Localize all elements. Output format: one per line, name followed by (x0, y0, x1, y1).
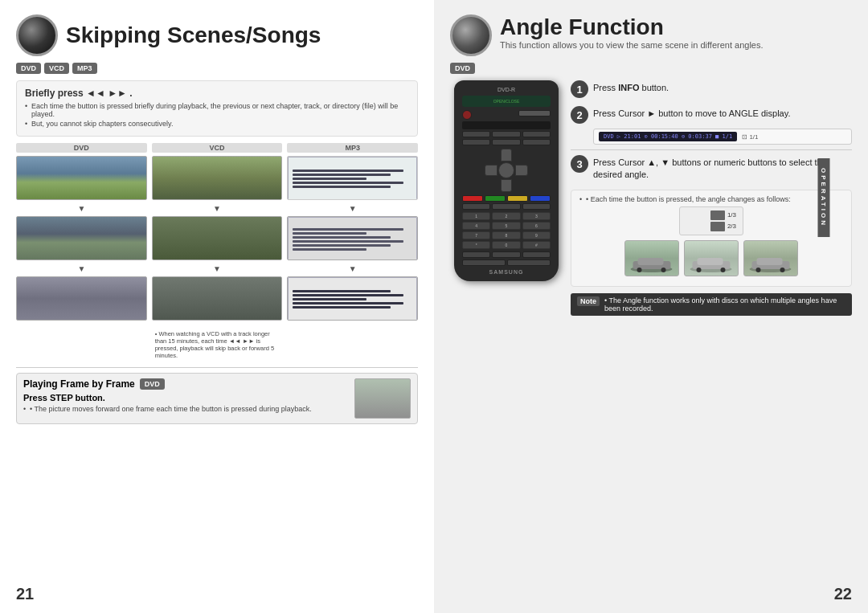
step-1-bold: INFO (618, 83, 639, 92)
step-2-number: 2 (571, 106, 588, 124)
rnum-1[interactable]: 1 (462, 212, 490, 220)
rnum-6[interactable]: 6 (522, 222, 551, 230)
divider (16, 367, 418, 368)
playing-frame-desc: • The picture moves forward one frame ea… (23, 405, 348, 413)
rnum-3[interactable]: 3 (522, 212, 551, 220)
rbtn-4 (462, 139, 490, 145)
rnum-9[interactable]: 9 (522, 231, 551, 239)
remote-top-btns (462, 110, 551, 120)
dvd-arrow-1: ▼ (16, 203, 147, 213)
vcd-thumb-2 (152, 216, 283, 260)
rnum-4[interactable]: 4 (462, 222, 490, 230)
right-section-icon (450, 14, 492, 56)
skip-box-title: Briefly press ◄◄ ►► . (25, 88, 409, 99)
angle-screen-inner: DVD ▷ 21:01 ⊙ 00:15:40 ⊙ 0:03:37 ■ 1/1 (599, 132, 737, 141)
angle-screen-display: DVD ▷ 21:01 ⊙ 00:15:40 ⊙ 0:03:37 ■ 1/1 ⊡… (593, 129, 852, 145)
step-2-text: Press Cursor ► button to move to ANGLE d… (593, 106, 790, 120)
mp3-arrow-2: ▼ (287, 264, 418, 273)
rnum-0[interactable]: 0 (492, 241, 520, 249)
skip-bullet-1: Each time the button is pressed briefly … (25, 102, 409, 118)
dpad-center[interactable] (498, 162, 514, 178)
right-main-content: DVD-R OPEN/CLOSE (450, 80, 852, 316)
badge-mp3: MP3 (72, 63, 97, 74)
car-svg-2 (690, 255, 734, 272)
dpad-left[interactable] (485, 165, 497, 176)
angle-icon-2 (710, 222, 725, 231)
rnum-hash[interactable]: # (522, 241, 551, 249)
mp3-thumb-3 (287, 276, 418, 321)
note-text: • The Angle function works only with dis… (604, 296, 845, 313)
mp3-col-header: MP3 (287, 143, 418, 153)
rbtn-red[interactable] (462, 195, 483, 202)
mp3-arrow-1: ▼ (287, 203, 418, 213)
svg-rect-12 (757, 258, 783, 265)
rnum-7[interactable]: 7 (462, 231, 490, 239)
rbtn-b4 (462, 260, 506, 266)
remote-row-3 (462, 203, 551, 210)
rnum-8[interactable]: 8 (492, 231, 520, 239)
playing-frame-section: Playing Frame by Frame DVD Press STEP bu… (16, 373, 418, 424)
rnum-star[interactable]: * (462, 241, 490, 249)
dpad-right[interactable] (515, 165, 528, 176)
playing-frame-thumb (354, 378, 411, 419)
dvd-thumb-3 (16, 276, 147, 321)
dvd-arrow-2: ▼ (16, 264, 147, 273)
playing-frame-title: Playing Frame by Frame (23, 378, 135, 390)
vcd-column: VCD ▼ ▼ • When watching a VCD with a tra… (152, 143, 283, 362)
rbtn-7 (462, 203, 490, 210)
rbtn-2 (492, 131, 520, 137)
right-header: Angle Function This function allows you … (450, 14, 852, 56)
svg-point-13 (756, 268, 761, 272)
remote-btn-open (518, 110, 551, 116)
rbtn-b1 (462, 251, 490, 258)
svg-rect-2 (638, 258, 664, 265)
step-label: Press STEP button. (23, 393, 348, 403)
left-header: Skipping Scenes/Songs (16, 14, 418, 56)
remote-numpad: 1 2 3 4 5 6 7 8 9 * 0 # (462, 212, 551, 249)
remote-screen-text: OPEN/CLOSE (493, 99, 520, 104)
step3-box: • Each time the button is pressed, the a… (571, 190, 852, 287)
svg-point-9 (721, 268, 726, 272)
rnum-2[interactable]: 2 (492, 212, 520, 220)
rbtn-yellow[interactable] (507, 195, 528, 202)
mp3-thumb-1 (287, 156, 418, 200)
remote-btn-power (462, 110, 472, 120)
remote-dpad (485, 149, 528, 192)
rbtn-green[interactable] (485, 195, 506, 202)
dpad-down[interactable] (501, 179, 512, 192)
left-section-icon (16, 14, 58, 56)
remote-area: DVD-R OPEN/CLOSE (450, 80, 563, 316)
car-thumb-1 (624, 240, 679, 276)
svg-rect-7 (698, 258, 723, 265)
badge-vcd: VCD (44, 63, 69, 74)
note-label: Note (577, 296, 600, 306)
mp3-column: MP3 ▼ (287, 143, 418, 362)
vcd-col-header: VCD (152, 143, 283, 153)
operation-label: OPERATION (818, 158, 830, 237)
remote-display (462, 121, 551, 129)
remote-screen: OPEN/CLOSE (462, 96, 551, 107)
rbtn-6 (522, 139, 551, 145)
car-thumbnails (579, 240, 843, 276)
step-1-text: Press INFO button. (593, 80, 669, 94)
mp3-thumb-2 (287, 216, 418, 260)
skip-info-box: Briefly press ◄◄ ►► . Each time the butt… (16, 80, 418, 137)
rbtn-8 (492, 203, 520, 210)
page-right: 22 (834, 585, 852, 603)
vcd-note: • When watching a VCD with a track longe… (152, 327, 283, 362)
angle-num-2: 2/3 (727, 223, 736, 230)
steps-container: 1 Press INFO button. 2 Press Cursor ► bu… (571, 80, 852, 316)
rbtn-b3 (522, 251, 551, 258)
remote-row-2 (462, 139, 551, 145)
remote-brand: SAMSUNG (459, 269, 554, 275)
car-thumb-2 (684, 240, 739, 276)
dvd-thumb-1 (16, 156, 147, 200)
dvd-thumb-2 (16, 216, 147, 260)
rbtn-9 (522, 203, 551, 210)
svg-point-8 (697, 268, 702, 272)
rbtn-b5 (507, 260, 551, 266)
right-badge-dvd: DVD (450, 63, 475, 74)
dpad-up[interactable] (501, 149, 512, 161)
rnum-5[interactable]: 5 (492, 222, 520, 230)
rbtn-blue[interactable] (530, 195, 551, 202)
